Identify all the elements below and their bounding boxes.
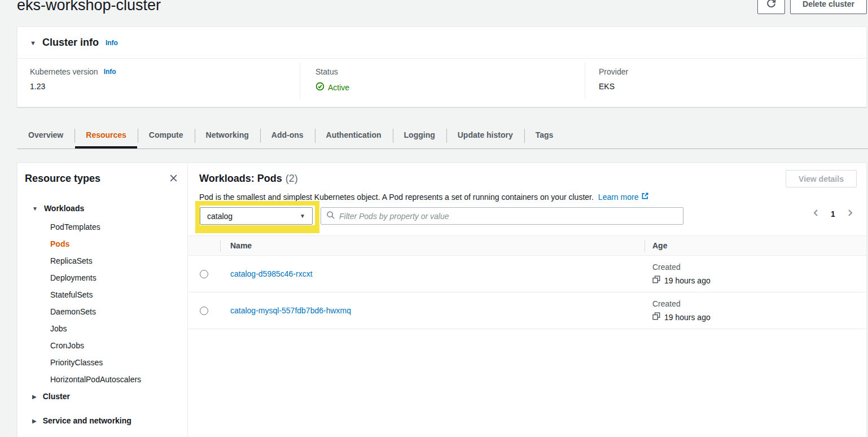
tab-authentication[interactable]: Authentication — [315, 124, 393, 148]
workloads-item-list: PodTemplates Pods ReplicaSets Deployment… — [50, 222, 179, 384]
previous-page-button[interactable] — [812, 208, 821, 219]
field-divider — [585, 63, 585, 99]
tab-resources[interactable]: Resources — [74, 124, 138, 148]
resources-panel: Resource types ▼ Workloads PodTemplates … — [17, 163, 867, 437]
next-page-button[interactable] — [845, 208, 854, 219]
chevron-right-icon — [845, 208, 854, 219]
current-page-button[interactable]: 1 — [827, 209, 839, 218]
eks-cluster-page: eks-workshop-cluster Delete cluster ▼ Cl… — [0, 0, 868, 437]
chevron-down-icon: ▼ — [300, 213, 305, 219]
sidebar-group-label: Workloads — [44, 204, 84, 213]
age-created-label: Created — [652, 263, 711, 272]
sidebar-item-horizontalpodautoscalers[interactable]: HorizontalPodAutoscalers — [50, 375, 179, 384]
pods-table-header: Name Age — [188, 235, 866, 256]
tab-tags[interactable]: Tags — [524, 124, 565, 148]
view-details-button[interactable]: View details — [786, 170, 857, 187]
age-value: 19 hours ago — [664, 276, 711, 285]
pod-name-link[interactable]: catalog-mysql-557fdb7bd6-hwxmq — [230, 306, 351, 315]
pods-search-box — [321, 207, 683, 225]
kubernetes-version-label: Kubernetes version — [30, 67, 98, 76]
sidebar-group-service-networking[interactable]: ▶ Service and networking — [32, 416, 179, 426]
pod-filter-dropdown[interactable]: catalog ▼ — [200, 207, 313, 225]
sidebar-item-podtemplates[interactable]: PodTemplates — [50, 222, 179, 232]
pod-name-link[interactable]: catalog-d5985c46-rxcxt — [230, 269, 313, 278]
provider-label: Provider — [599, 67, 628, 76]
kubernetes-version-value: 1.23 — [30, 82, 116, 91]
cluster-info-header[interactable]: ▼ Cluster info Info — [17, 27, 866, 59]
close-icon — [169, 176, 178, 185]
delete-cluster-button[interactable]: Delete cluster — [790, 0, 867, 14]
learn-more-text: Learn more — [598, 193, 639, 202]
sidebar-group-label: Cluster — [43, 392, 70, 401]
sidebar-item-daemonsets[interactable]: DaemonSets — [50, 307, 179, 317]
pods-search-input[interactable] — [339, 212, 678, 221]
cluster-info-card: ▼ Cluster info Info Kubernetes version I… — [17, 27, 867, 107]
tab-logging[interactable]: Logging — [393, 124, 446, 148]
external-link-icon — [641, 192, 649, 202]
pagination: 1 — [812, 208, 854, 219]
provider-field: Provider EKS — [599, 67, 628, 91]
row-select-radio[interactable] — [200, 307, 208, 315]
resource-types-sidebar: Resource types ▼ Workloads PodTemplates … — [17, 163, 188, 437]
copy-icon — [652, 312, 660, 322]
expanded-caret-icon: ▼ — [32, 204, 38, 213]
sidebar-item-pods[interactable]: Pods — [50, 239, 179, 249]
pods-heading: Workloads: Pods(2) — [199, 173, 298, 185]
cluster-tabs: Overview Resources Compute Networking Ad… — [17, 124, 564, 148]
table-row: catalog-d5985c46-rxcxt Created 19 hours … — [188, 256, 866, 292]
sidebar-item-priorityclasses[interactable]: PriorityClasses — [50, 358, 179, 368]
collapsed-caret-icon: ▶ — [32, 416, 37, 426]
status-active-icon — [315, 82, 325, 93]
sidebar-heading: Resource types — [25, 172, 100, 185]
tab-overview[interactable]: Overview — [17, 124, 74, 148]
learn-more-link[interactable]: Learn more — [598, 192, 650, 202]
column-divider — [220, 241, 221, 252]
refresh-icon — [766, 0, 776, 10]
age-cell: Created 19 hours ago — [652, 299, 711, 322]
tabs-divider — [17, 148, 868, 149]
cluster-info-heading: Cluster info — [42, 37, 99, 49]
field-divider — [300, 63, 300, 99]
copy-timestamp-button[interactable] — [652, 276, 660, 285]
tab-compute[interactable]: Compute — [138, 124, 195, 148]
age-created-label: Created — [652, 299, 711, 308]
copy-icon — [652, 276, 660, 285]
cluster-info-info-link[interactable]: Info — [106, 39, 118, 47]
cluster-info-body: Kubernetes version Info 1.23 Status Acti… — [17, 59, 866, 107]
refresh-button[interactable] — [757, 0, 785, 14]
collapse-caret-icon: ▼ — [30, 40, 36, 46]
pod-filter-dropdown-value: catalog — [207, 212, 233, 221]
tab-add-ons[interactable]: Add-ons — [260, 124, 315, 148]
sidebar-group-cluster[interactable]: ▶ Cluster — [32, 392, 179, 401]
sidebar-group-workloads[interactable]: ▼ Workloads — [32, 204, 179, 213]
pods-description-text: Pod is the smallest and simplest Kuberne… — [199, 193, 594, 202]
age-cell: Created 19 hours ago — [652, 263, 711, 285]
age-value: 19 hours ago — [664, 313, 711, 322]
status-field: Status Active — [315, 67, 349, 93]
tab-networking[interactable]: Networking — [195, 124, 260, 148]
search-icon — [326, 211, 335, 221]
status-badge: Active — [328, 83, 349, 92]
pods-heading-text: Workloads: Pods — [199, 173, 282, 184]
kubernetes-version-info-link[interactable]: Info — [104, 68, 116, 76]
sidebar-close-button[interactable] — [168, 172, 179, 186]
sidebar-item-statefulsets[interactable]: StatefulSets — [50, 290, 179, 300]
table-row: catalog-mysql-557fdb7bd6-hwxmq Created 1… — [188, 292, 866, 329]
sidebar-item-replicasets[interactable]: ReplicaSets — [50, 256, 179, 266]
column-divider — [645, 241, 645, 252]
kubernetes-version-field: Kubernetes version Info 1.23 — [30, 67, 116, 91]
collapsed-caret-icon: ▶ — [32, 392, 37, 401]
page-title: eks-workshop-cluster — [17, 0, 161, 14]
sidebar-item-jobs[interactable]: Jobs — [50, 324, 179, 334]
sidebar-group-label: Service and networking — [43, 416, 131, 426]
row-select-radio[interactable] — [200, 270, 208, 278]
sidebar-item-deployments[interactable]: Deployments — [50, 273, 179, 283]
pods-description: Pod is the smallest and simplest Kuberne… — [199, 192, 649, 202]
chevron-left-icon — [812, 208, 821, 219]
tab-update-history[interactable]: Update history — [446, 124, 524, 148]
copy-timestamp-button[interactable] — [652, 312, 660, 322]
pods-count: (2) — [286, 173, 298, 184]
provider-value: EKS — [599, 82, 628, 91]
sidebar-item-cronjobs[interactable]: CronJobs — [50, 341, 179, 351]
column-header-name: Name — [230, 241, 252, 250]
